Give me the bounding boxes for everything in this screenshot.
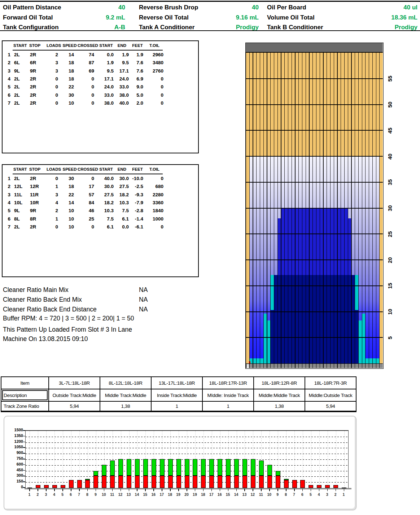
x-axis-label: 5 xyxy=(307,492,315,497)
chart-bar-forward xyxy=(110,476,115,488)
cell: 0 xyxy=(46,100,62,106)
chart-bar-reverse xyxy=(284,479,289,480)
upload-info-line-2: Machine On 13.08.2015 09:10 xyxy=(3,335,88,343)
header-value: 40 xyxy=(118,4,125,11)
cell: 10 xyxy=(62,216,78,222)
x-axis-tick xyxy=(277,489,278,491)
cell: 0.0 xyxy=(98,52,114,57)
column-header: T.OIL xyxy=(145,43,163,48)
column-header: STOP xyxy=(29,43,46,48)
y-axis-label: 900 xyxy=(6,450,23,455)
reverse-row: 410L10R4148418.210.3-7.93360 xyxy=(4,200,163,205)
x-axis-label: 18 xyxy=(166,492,174,497)
cell: 69 xyxy=(78,68,98,74)
chart-bar-forward xyxy=(102,476,106,488)
cell: 6.9 xyxy=(130,76,145,82)
cell: 3 xyxy=(46,60,62,65)
cell: 0.0 xyxy=(114,224,130,230)
y-axis-label: 450 xyxy=(6,468,23,472)
cell: 18 xyxy=(62,60,78,65)
cell: 0 xyxy=(78,224,98,230)
x-axis-tick xyxy=(170,489,171,491)
y-axis-tick xyxy=(23,459,25,459)
cell: 57 xyxy=(78,192,98,197)
cell: 0 xyxy=(78,176,98,181)
cell: -2.5 xyxy=(130,184,145,189)
chart-bar-forward xyxy=(309,485,313,488)
x-axis-tick xyxy=(294,489,295,491)
cell: 11L xyxy=(13,192,29,197)
cell: 12R xyxy=(29,184,46,189)
cell: 0 xyxy=(78,100,98,106)
cell: 40.0 xyxy=(98,176,114,181)
ratio-cell: 1 xyxy=(202,401,254,411)
lane-oil-pattern-graphic xyxy=(245,43,384,369)
cell: 4 xyxy=(4,200,13,205)
cell: 7 xyxy=(4,100,13,106)
column-header: STOP xyxy=(29,167,46,171)
cell: 27.5 xyxy=(98,192,114,197)
cell: 33.0 xyxy=(114,84,130,90)
x-axis-tick xyxy=(211,489,212,491)
ratio-column-header: 8L-12L:18L-18R xyxy=(100,377,151,389)
y-axis-label: 1350 xyxy=(6,433,23,438)
distance-gridline-15 xyxy=(246,285,383,286)
cell: 17.1 xyxy=(98,76,114,82)
cell: 0 xyxy=(46,224,62,230)
cell: 2R xyxy=(29,92,46,98)
header-label: Oil Per Board xyxy=(267,4,306,11)
chart-bar-forward xyxy=(85,480,90,488)
column-header: START xyxy=(98,167,114,171)
x-axis-label: 4 xyxy=(315,492,323,497)
cell: 17 xyxy=(78,184,98,189)
oil-volume-chart-panel: 0150300450600750900105012001350150012345… xyxy=(4,416,356,510)
y-axis-label: 1050 xyxy=(6,445,23,449)
cell: 18 xyxy=(62,68,78,74)
cell: 0 xyxy=(145,76,163,82)
x-axis-tick xyxy=(311,489,311,491)
cell: 6R xyxy=(29,60,46,65)
cell: 84 xyxy=(78,200,98,205)
column-header: FEET xyxy=(130,43,145,48)
distance-label-55: 55 xyxy=(384,73,396,85)
chart-bar-reverse xyxy=(160,459,165,475)
x-axis-tick xyxy=(195,489,196,491)
cell: 3 xyxy=(46,192,62,197)
x-axis-tick xyxy=(121,489,121,491)
ratio-column-header: 13L-17L:18L-18R xyxy=(151,377,202,389)
y-axis-tick xyxy=(23,487,25,488)
x-axis-tick xyxy=(112,489,113,491)
forward-pass-table: STARTSTOPLOADSSPEEDCROSSEDSTARTENDFEETT.… xyxy=(2,40,199,153)
horizontal-gridline xyxy=(26,454,348,454)
cell: 0 xyxy=(46,92,62,98)
column-header: T.OIL xyxy=(145,167,163,171)
header-label: Tank B Conditioner xyxy=(267,24,323,31)
cell: 9.5 xyxy=(114,60,130,65)
x-axis-tick xyxy=(137,489,137,491)
y-axis-label: 0 xyxy=(6,485,23,489)
header-label: Volume Oil Total xyxy=(267,14,315,21)
header-label: Tank Configuration xyxy=(3,24,59,31)
column-header: END xyxy=(114,167,130,171)
x-axis-label: 16 xyxy=(216,492,224,497)
x-axis-tick xyxy=(178,489,179,491)
column-header: START xyxy=(98,43,114,48)
cell: 0 xyxy=(145,224,163,230)
x-axis-tick xyxy=(96,489,96,491)
chart-bar-forward xyxy=(342,488,346,488)
note-label: Cleaner Ratio Main Mix xyxy=(3,286,69,294)
column-header: CROSSED xyxy=(78,167,98,171)
cell: 46 xyxy=(78,208,98,213)
x-axis-label: 17 xyxy=(207,492,215,497)
ratio-cell: 5,94 xyxy=(305,401,356,411)
header-value: 9.16 mL xyxy=(236,14,259,21)
reverse-row: 12L2R030040.030.0-10.00 xyxy=(4,176,163,181)
cell: 24.0 xyxy=(98,84,114,90)
cell: 0 xyxy=(78,92,98,98)
x-axis-label: 4 xyxy=(50,492,58,497)
x-axis-tick xyxy=(220,489,220,491)
top-divider-line xyxy=(0,1,420,2)
cell: 7.6 xyxy=(130,68,145,74)
x-axis-tick xyxy=(319,489,320,491)
cell: 22 xyxy=(62,84,78,90)
